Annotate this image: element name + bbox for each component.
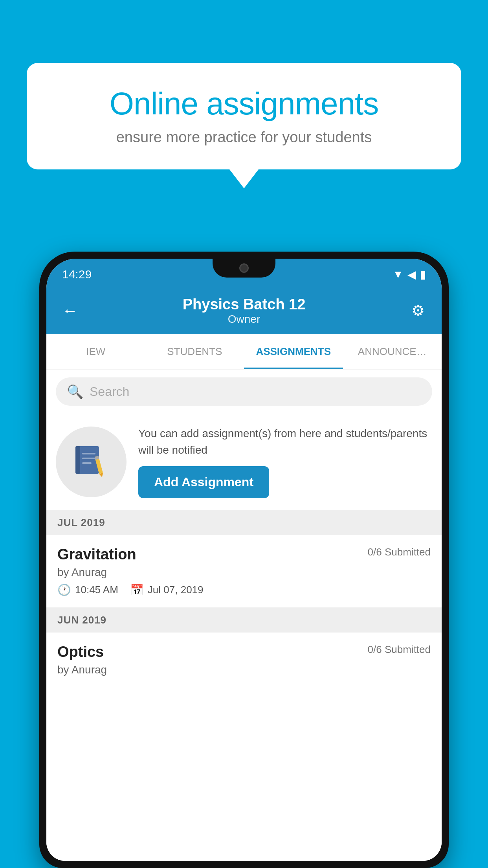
calendar-icon: 📅 (130, 583, 144, 596)
wifi-icon: ▼ (393, 268, 404, 281)
bubble-title: Online assignments (58, 86, 430, 121)
front-camera (239, 263, 249, 273)
svg-rect-4 (82, 462, 92, 464)
search-icon: 🔍 (67, 384, 83, 399)
search-bar[interactable]: 🔍 Search (56, 377, 432, 406)
bubble-subtitle: ensure more practice for your students (58, 129, 430, 146)
battery-icon: ▮ (420, 268, 426, 281)
back-button[interactable]: ← (58, 302, 82, 320)
assignment-submitted: 0/6 Submitted (368, 546, 431, 558)
app-bar-title: Physics Batch 12 (82, 296, 406, 313)
app-bar-subtitle: Owner (82, 313, 406, 326)
tabs-bar: IEW STUDENTS ASSIGNMENTS ANNOUNCE… (46, 334, 442, 370)
assignment-item-optics[interactable]: Optics 0/6 Submitted by Anurag (46, 633, 442, 692)
assignment-time-value: 10:45 AM (75, 584, 118, 596)
promo-icon-circle (56, 427, 127, 497)
svg-rect-2 (82, 453, 95, 454)
phone-screen: 14:29 ▼ ◀ ▮ ← Physics Batch 12 Owner ⚙ I… (46, 259, 442, 861)
speech-bubble-area: Online assignments ensure more practice … (27, 63, 461, 169)
svg-rect-3 (82, 458, 95, 459)
month-separator-jun: JUN 2019 (46, 608, 442, 633)
phone-notch (213, 259, 275, 278)
assignment-meta: 🕐 10:45 AM 📅 Jul 07, 2019 (57, 583, 431, 596)
app-bar: ← Physics Batch 12 Owner ⚙ (46, 287, 442, 334)
promo-text-area: You can add assignment(s) from here and … (138, 425, 432, 498)
tab-students[interactable]: STUDENTS (145, 334, 244, 369)
promo-description: You can add assignment(s) from here and … (138, 425, 432, 458)
tab-announcements[interactable]: ANNOUNCE… (343, 334, 442, 369)
assignment-name: Gravitation (57, 546, 136, 563)
add-assignment-button[interactable]: Add Assignment (138, 466, 269, 498)
search-container: 🔍 Search (46, 370, 442, 414)
speech-bubble: Online assignments ensure more practice … (27, 63, 461, 169)
app-bar-title-area: Physics Batch 12 Owner (82, 296, 406, 326)
assignment-time: 🕐 10:45 AM (57, 583, 118, 596)
status-time: 14:29 (62, 268, 92, 281)
assignment-date-value: Jul 07, 2019 (148, 584, 204, 596)
search-placeholder: Search (90, 384, 129, 399)
tab-assignments[interactable]: ASSIGNMENTS (244, 334, 343, 369)
settings-button[interactable]: ⚙ (406, 302, 430, 319)
clock-icon: 🕐 (57, 583, 71, 596)
assignment-by-optics: by Anurag (57, 664, 431, 676)
svg-rect-1 (75, 446, 80, 474)
phone-frame: 14:29 ▼ ◀ ▮ ← Physics Batch 12 Owner ⚙ I… (39, 252, 449, 868)
signal-icon: ◀ (407, 268, 416, 281)
tab-iew[interactable]: IEW (46, 334, 145, 369)
content-area: 🔍 Search (46, 370, 442, 861)
assignment-submitted-optics: 0/6 Submitted (368, 644, 431, 656)
status-icons: ▼ ◀ ▮ (393, 268, 426, 281)
assignment-name-optics: Optics (57, 644, 104, 660)
assignment-header: Gravitation 0/6 Submitted (57, 546, 431, 563)
assignment-header-optics: Optics 0/6 Submitted (57, 644, 431, 660)
assignment-item-gravitation[interactable]: Gravitation 0/6 Submitted by Anurag 🕐 10… (46, 535, 442, 608)
notebook-icon (73, 444, 109, 480)
promo-section: You can add assignment(s) from here and … (46, 414, 442, 510)
month-separator-jul: JUL 2019 (46, 510, 442, 535)
assignment-date: 📅 Jul 07, 2019 (130, 583, 204, 596)
assignment-by: by Anurag (57, 566, 431, 579)
